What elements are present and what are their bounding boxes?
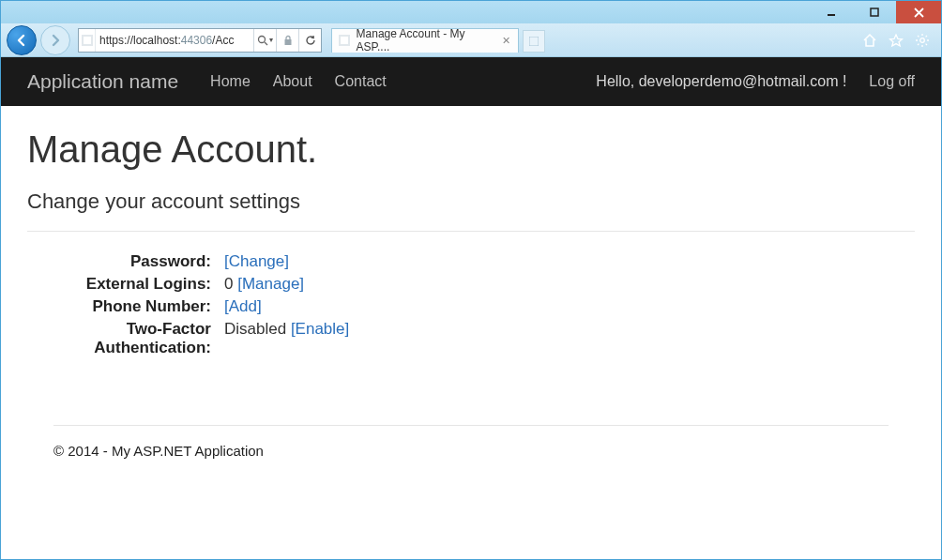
svg-line-2 xyxy=(915,8,923,17)
svg-line-17 xyxy=(918,36,919,37)
label-external-logins: External Logins: xyxy=(27,275,224,294)
close-button[interactable] xyxy=(896,1,941,23)
row-two-factor: Two-Factor Authentication: Disabled [Ena… xyxy=(27,318,915,359)
chrome-right-icons xyxy=(862,33,935,48)
home-icon[interactable] xyxy=(862,33,877,48)
page-viewport: Application name Home About Contact Hell… xyxy=(1,57,941,559)
nav-about[interactable]: About xyxy=(273,73,312,90)
page-title: Manage Account. xyxy=(27,129,915,171)
refresh-button[interactable] xyxy=(298,29,321,52)
gear-icon[interactable] xyxy=(915,33,930,48)
link-enable-two-factor[interactable]: [Enable] xyxy=(291,320,349,338)
forward-button[interactable] xyxy=(40,25,70,55)
svg-line-3 xyxy=(915,8,923,17)
svg-line-19 xyxy=(918,43,919,44)
label-phone-number: Phone Number: xyxy=(27,297,224,316)
search-icon[interactable]: ▾ xyxy=(253,29,276,52)
svg-line-18 xyxy=(926,43,927,44)
link-add-phone[interactable]: [Add] xyxy=(224,297,262,315)
tab-strip: Manage Account - My ASP.... ✕ xyxy=(331,28,545,53)
favorites-icon[interactable] xyxy=(889,33,904,48)
nav-greeting[interactable]: Hello, developerdemo@hotmail.com ! xyxy=(596,73,846,90)
tab-favicon xyxy=(338,34,351,47)
tab-close-icon[interactable]: ✕ xyxy=(502,35,510,47)
brand-link[interactable]: Application name xyxy=(27,70,178,93)
svg-rect-11 xyxy=(529,37,539,46)
svg-point-12 xyxy=(920,38,925,42)
row-phone-number: Phone Number: [Add] xyxy=(27,295,915,318)
svg-line-7 xyxy=(265,42,267,45)
row-external-logins: External Logins: 0 [Manage] xyxy=(27,273,915,295)
page-subtitle: Change your account settings xyxy=(27,189,915,214)
page-favicon xyxy=(79,29,96,52)
command-bar: https://localhost:44306/Acc ▾ Manage Acc… xyxy=(1,23,941,57)
maximize-button[interactable] xyxy=(853,1,896,23)
url-path: /Acc xyxy=(212,34,234,47)
svg-rect-10 xyxy=(341,37,348,44)
nav-contact[interactable]: Contact xyxy=(335,73,387,90)
external-login-count: 0 xyxy=(224,275,233,293)
minimize-button[interactable] xyxy=(810,1,853,23)
site-footer: © 2014 - My ASP.NET Application xyxy=(53,425,889,459)
tab-title: Manage Account - My ASP.... xyxy=(357,27,496,53)
svg-point-6 xyxy=(259,36,266,42)
title-bar xyxy=(1,1,941,23)
footer-text: © 2014 - My ASP.NET Application xyxy=(53,443,264,459)
link-change-password[interactable]: [Change] xyxy=(224,252,289,270)
back-button[interactable] xyxy=(7,25,37,55)
svg-rect-1 xyxy=(871,8,878,16)
url-host: localhost: xyxy=(133,34,181,47)
lock-icon[interactable] xyxy=(276,29,298,52)
new-tab-button[interactable] xyxy=(523,30,545,53)
label-two-factor: Two-Factor Authentication: xyxy=(27,320,224,357)
divider xyxy=(27,231,915,232)
site-navbar: Application name Home About Contact Hell… xyxy=(1,57,941,106)
url-input[interactable]: https://localhost:44306/Acc xyxy=(96,29,253,52)
nav-logoff[interactable]: Log off xyxy=(869,73,915,90)
svg-line-20 xyxy=(926,36,927,37)
nav-home[interactable]: Home xyxy=(210,73,251,90)
tab-active[interactable]: Manage Account - My ASP.... ✕ xyxy=(331,28,519,53)
url-scheme: https:// xyxy=(99,34,133,47)
browser-window: https://localhost:44306/Acc ▾ Manage Acc… xyxy=(0,0,942,560)
row-password: Password: [Change] xyxy=(27,250,915,273)
address-bar: https://localhost:44306/Acc ▾ xyxy=(78,28,322,53)
url-port: 44306 xyxy=(181,34,212,47)
label-password: Password: xyxy=(27,252,224,271)
link-manage-external[interactable]: [Manage] xyxy=(237,275,304,293)
svg-rect-8 xyxy=(284,39,291,45)
svg-rect-5 xyxy=(84,37,91,44)
two-factor-status: Disabled xyxy=(224,320,286,338)
content-area: Manage Account. Change your account sett… xyxy=(1,106,941,470)
